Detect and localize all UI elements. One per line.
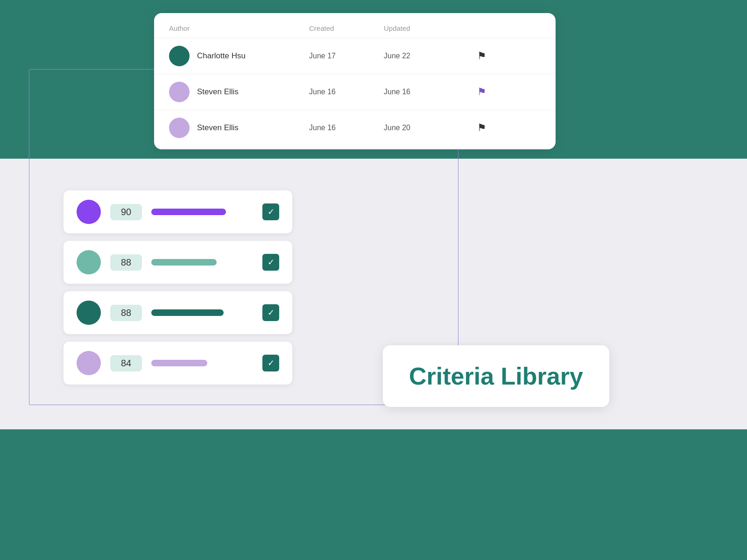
score-bar	[151, 259, 217, 266]
score-badge: 88	[110, 254, 142, 271]
table-row[interactable]: Charlotte Hsu June 17 June 22 ⚑	[154, 38, 556, 74]
score-checkbox[interactable]: ✓	[262, 304, 279, 321]
criteria-library-card[interactable]: Criteria Library	[383, 345, 609, 407]
score-bar-container	[151, 309, 253, 316]
header-author: Author	[169, 24, 309, 32]
author-cell: Charlotte Hsu	[169, 46, 309, 66]
author-cell: Steven Ellis	[169, 118, 309, 138]
score-bar-container	[151, 360, 253, 366]
score-badge: 90	[110, 204, 142, 220]
created-cell: June 17	[309, 52, 384, 60]
score-bar	[151, 309, 224, 316]
author-table-card: Author Created Updated Charlotte Hsu Jun…	[154, 13, 556, 149]
score-card[interactable]: 88 ✓	[63, 241, 292, 284]
author-name: Steven Ellis	[197, 87, 239, 97]
check-icon: ✓	[268, 358, 275, 368]
score-badge: 88	[110, 305, 142, 321]
background-teal-bottom	[0, 429, 747, 560]
score-bar	[151, 360, 207, 366]
score-cards-container: 90 ✓ 88 ✓ 88 ✓ 84	[63, 190, 292, 385]
header-updated: Updated	[384, 24, 458, 32]
header-created: Created	[309, 24, 384, 32]
updated-cell: June 22	[384, 52, 458, 60]
updated-cell: June 16	[384, 88, 458, 96]
score-checkbox[interactable]: ✓	[262, 254, 279, 271]
table-header: Author Created Updated	[154, 13, 556, 38]
score-card[interactable]: 88 ✓	[63, 291, 292, 334]
avatar	[169, 82, 190, 102]
table-row[interactable]: Steven Ellis June 16 June 20 ⚑	[154, 110, 556, 146]
score-bar	[151, 209, 226, 215]
score-checkbox[interactable]: ✓	[262, 203, 279, 220]
created-cell: June 16	[309, 124, 384, 132]
table-row[interactable]: Steven Ellis June 16 June 16 ⚑	[154, 74, 556, 110]
author-name: Charlotte Hsu	[197, 51, 246, 61]
score-avatar	[77, 301, 101, 325]
avatar	[169, 46, 190, 66]
score-bar-container	[151, 259, 253, 266]
check-icon: ✓	[268, 207, 275, 217]
author-cell: Steven Ellis	[169, 82, 309, 102]
flag-icon[interactable]: ⚑	[477, 50, 486, 62]
score-avatar	[77, 351, 101, 375]
avatar	[169, 118, 190, 138]
author-name: Steven Ellis	[197, 123, 239, 133]
flag-icon[interactable]: ⚑	[477, 86, 486, 98]
score-avatar	[77, 200, 101, 224]
criteria-library-label: Criteria Library	[409, 363, 583, 390]
score-checkbox[interactable]: ✓	[262, 355, 279, 371]
flag-cell[interactable]: ⚑	[458, 50, 486, 62]
created-cell: June 16	[309, 88, 384, 96]
flag-cell[interactable]: ⚑	[458, 86, 486, 98]
score-card[interactable]: 90 ✓	[63, 190, 292, 233]
score-bar-container	[151, 209, 253, 215]
header-flag	[458, 24, 486, 32]
score-card[interactable]: 84 ✓	[63, 342, 292, 385]
score-badge: 84	[110, 355, 142, 371]
updated-cell: June 20	[384, 124, 458, 132]
score-avatar	[77, 250, 101, 274]
flag-cell[interactable]: ⚑	[458, 122, 486, 134]
check-icon: ✓	[268, 257, 275, 267]
flag-icon[interactable]: ⚑	[477, 122, 486, 134]
check-icon: ✓	[268, 308, 275, 318]
